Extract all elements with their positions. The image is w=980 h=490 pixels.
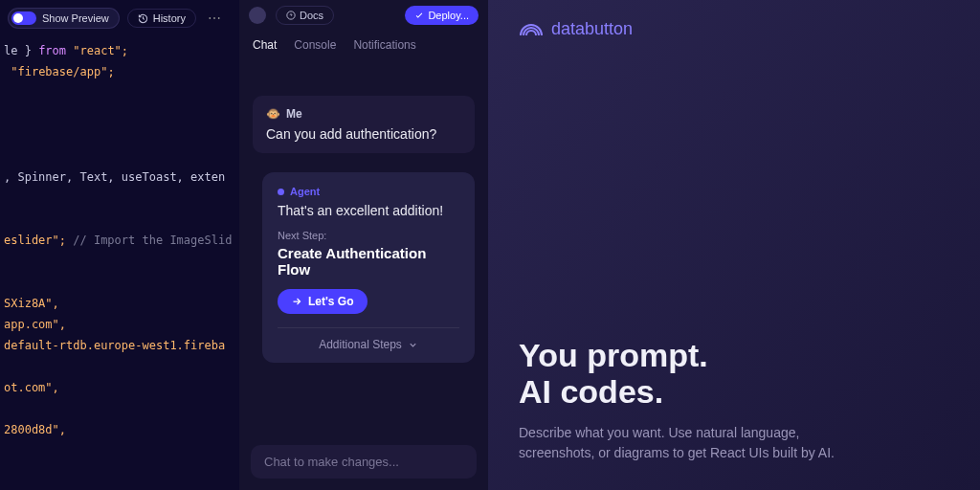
user-message-header: 🐵 Me: [266, 107, 461, 121]
chat-header: Docs Deploy...: [239, 0, 488, 31]
additional-steps-label: Additional Steps: [319, 338, 402, 351]
agent-dot-icon: [278, 189, 284, 195]
chat-input[interactable]: Chat to make changes...: [251, 445, 477, 479]
show-preview-label: Show Preview: [42, 12, 109, 24]
history-icon: [138, 13, 148, 24]
hero: You prompt. AI codes. Describe what you …: [519, 337, 953, 463]
agent-reply-text: That's an excellent addition!: [278, 203, 459, 218]
brand: databutton: [519, 19, 953, 39]
additional-steps-toggle[interactable]: Additional Steps: [278, 338, 459, 351]
lets-go-label: Let's Go: [308, 295, 354, 308]
agent-message: Agent That's an excellent addition! Next…: [262, 172, 475, 363]
deploy-label: Deploy...: [428, 10, 469, 21]
hero-line-2: AI codes.: [519, 373, 953, 410]
history-button[interactable]: History: [127, 9, 196, 28]
rainbow-icon: [519, 22, 544, 37]
avatar: [249, 7, 266, 24]
tab-chat[interactable]: Chat: [253, 38, 277, 52]
hero-line-1: You prompt.: [519, 337, 953, 373]
lets-go-button[interactable]: Let's Go: [278, 289, 368, 314]
deploy-button[interactable]: Deploy...: [405, 6, 479, 25]
divider: [278, 327, 459, 328]
arrow-right-icon: [291, 296, 302, 307]
code-toolbar: Show Preview History ⋯: [0, 8, 239, 40]
docs-icon: [286, 11, 296, 20]
more-menu-button[interactable]: ⋯: [204, 11, 225, 26]
hero-title: You prompt. AI codes.: [519, 337, 953, 410]
code-editor-panel: Show Preview History ⋯ le } from "react"…: [0, 0, 239, 490]
history-label: History: [153, 12, 186, 24]
chat-body: 🐵 Me Can you add authentication? Agent T…: [239, 61, 488, 434]
next-step-title: Create Authentication Flow: [278, 245, 459, 278]
chat-tabs: Chat Console Notifications: [239, 31, 488, 61]
chat-panel: Docs Deploy... Chat Console Notification…: [239, 0, 488, 490]
docs-button[interactable]: Docs: [276, 6, 334, 25]
show-preview-toggle[interactable]: Show Preview: [8, 8, 120, 29]
tab-notifications[interactable]: Notifications: [353, 38, 415, 52]
user-avatar-icon: 🐵: [266, 107, 280, 121]
user-message-text: Can you add authentication?: [266, 126, 461, 142]
agent-label: Agent: [278, 186, 459, 197]
brand-name: databutton: [551, 19, 633, 39]
toggle-switch-icon: [11, 11, 36, 25]
agent-label-text: Agent: [290, 186, 320, 197]
marketing-panel: databutton You prompt. AI codes. Describ…: [488, 0, 980, 490]
hero-subtitle: Describe what you want. Use natural lang…: [519, 423, 844, 463]
deploy-icon: [414, 11, 424, 20]
chat-input-placeholder: Chat to make changes...: [264, 455, 399, 469]
user-message: 🐵 Me Can you add authentication?: [253, 96, 475, 153]
docs-label: Docs: [300, 10, 323, 21]
next-step-label: Next Step:: [278, 230, 459, 241]
tab-console[interactable]: Console: [294, 38, 336, 52]
code-content[interactable]: le } from "react"; "firebase/app"; , Spi…: [0, 40, 239, 490]
user-name: Me: [286, 107, 302, 121]
chevron-down-icon: [408, 340, 418, 350]
